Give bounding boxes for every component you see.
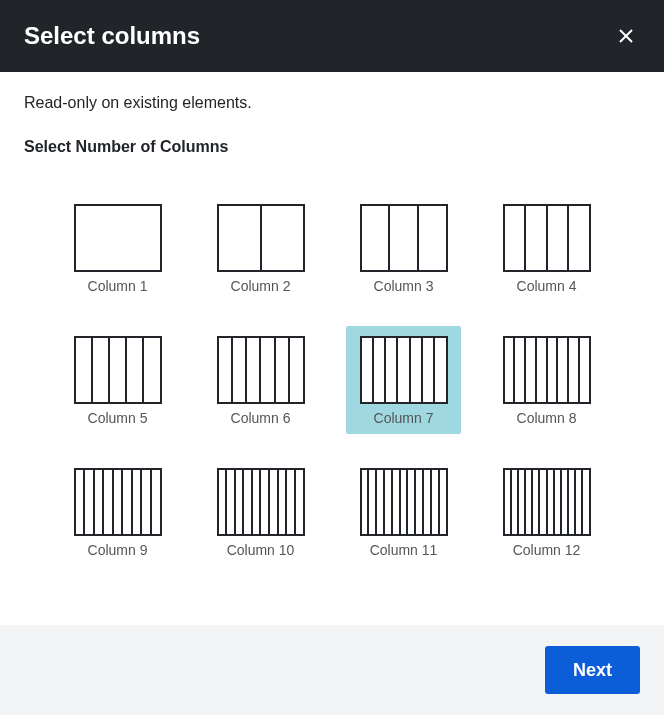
column-preview-icon bbox=[503, 204, 591, 272]
column-options-grid: Column 1Column 2Column 3Column 4Column 5… bbox=[24, 176, 640, 566]
column-option-1[interactable]: Column 1 bbox=[60, 194, 175, 302]
column-option-4[interactable]: Column 4 bbox=[489, 194, 604, 302]
column-preview-icon bbox=[217, 336, 305, 404]
column-option-label: Column 11 bbox=[370, 542, 438, 558]
dialog-header: Select columns bbox=[0, 0, 664, 72]
column-option-label: Column 5 bbox=[88, 410, 148, 426]
column-preview-icon bbox=[360, 468, 448, 536]
column-option-label: Column 3 bbox=[374, 278, 434, 294]
dialog-footer: Next bbox=[0, 625, 664, 715]
column-option-9[interactable]: Column 9 bbox=[60, 458, 175, 566]
dialog-body: Read-only on existing elements. Select N… bbox=[0, 72, 664, 566]
section-label: Select Number of Columns bbox=[24, 138, 640, 156]
column-option-label: Column 10 bbox=[227, 542, 295, 558]
column-option-7[interactable]: Column 7 bbox=[346, 326, 461, 434]
column-preview-icon bbox=[217, 468, 305, 536]
column-option-5[interactable]: Column 5 bbox=[60, 326, 175, 434]
column-option-label: Column 6 bbox=[231, 410, 291, 426]
column-option-label: Column 9 bbox=[88, 542, 148, 558]
column-option-3[interactable]: Column 3 bbox=[346, 194, 461, 302]
column-option-label: Column 7 bbox=[374, 410, 434, 426]
column-option-label: Column 1 bbox=[88, 278, 148, 294]
column-option-label: Column 8 bbox=[517, 410, 577, 426]
column-option-6[interactable]: Column 6 bbox=[203, 326, 318, 434]
column-option-11[interactable]: Column 11 bbox=[346, 458, 461, 566]
column-option-8[interactable]: Column 8 bbox=[489, 326, 604, 434]
column-preview-icon bbox=[217, 204, 305, 272]
column-option-2[interactable]: Column 2 bbox=[203, 194, 318, 302]
column-option-12[interactable]: Column 12 bbox=[489, 458, 604, 566]
column-option-label: Column 12 bbox=[513, 542, 581, 558]
column-preview-icon bbox=[360, 336, 448, 404]
column-preview-icon bbox=[74, 204, 162, 272]
column-option-label: Column 4 bbox=[517, 278, 577, 294]
dialog-title: Select columns bbox=[24, 22, 200, 50]
column-preview-icon bbox=[503, 336, 591, 404]
column-preview-icon bbox=[74, 336, 162, 404]
column-preview-icon bbox=[503, 468, 591, 536]
next-button[interactable]: Next bbox=[545, 646, 640, 694]
readonly-note: Read-only on existing elements. bbox=[24, 94, 640, 112]
column-preview-icon bbox=[360, 204, 448, 272]
close-button[interactable] bbox=[612, 22, 640, 50]
close-icon bbox=[618, 28, 634, 44]
column-preview-icon bbox=[74, 468, 162, 536]
column-option-label: Column 2 bbox=[231, 278, 291, 294]
column-option-10[interactable]: Column 10 bbox=[203, 458, 318, 566]
